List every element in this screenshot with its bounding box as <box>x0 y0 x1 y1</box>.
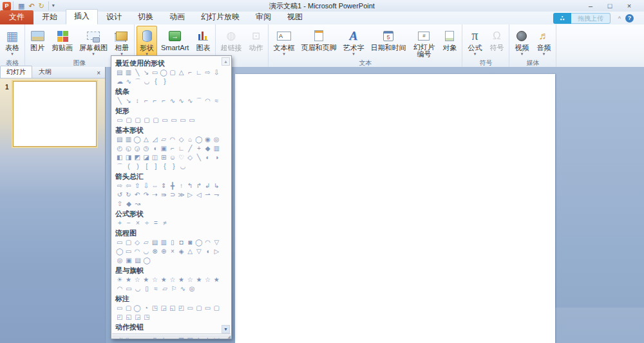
ribbon-button-clipart[interactable]: 剪贴画 <box>49 26 75 53</box>
shape-icon[interactable]: ◠ <box>204 238 213 246</box>
shape-icon[interactable]: ▢ <box>212 304 221 312</box>
ribbon-button-smartart[interactable]: SmartArt <box>158 26 191 53</box>
shape-icon[interactable]: ◑ <box>212 153 221 162</box>
shape-icon[interactable]: ▭ <box>204 304 213 312</box>
shape-icon[interactable]: ≈ <box>212 97 221 105</box>
tab-开始[interactable]: 开始 <box>34 10 65 24</box>
shape-icon[interactable]: ⌒ <box>115 162 124 171</box>
shape-icon[interactable]: ▭ <box>160 116 169 124</box>
ribbon-button-shapes[interactable]: 形状▾ <box>137 26 157 58</box>
shape-icon[interactable]: ◉ <box>204 135 213 144</box>
shape-icon[interactable]: ◯ <box>194 135 204 144</box>
resize-grip-icon[interactable]: ◢ <box>227 335 231 338</box>
ribbon-button-datetime[interactable]: 日期和时间 <box>368 26 408 53</box>
shape-icon[interactable]: ◯ <box>133 304 142 312</box>
tab-设计[interactable]: 设计 <box>99 10 129 24</box>
slide-editing-area[interactable] <box>235 74 555 343</box>
panel-tab-幻灯片[interactable]: 幻灯片 <box>0 66 32 78</box>
shape-icon[interactable]: ★ <box>142 275 151 284</box>
shape-icon[interactable]: ] <box>151 162 160 171</box>
scroll-up-icon[interactable]: ▲ <box>222 57 230 66</box>
ribbon-button-video[interactable]: 视频▾ <box>511 26 532 58</box>
shape-icon[interactable]: ◆ <box>204 144 213 153</box>
shape-icon[interactable]: ▤ <box>115 135 124 144</box>
shape-icon[interactable]: } <box>169 162 178 171</box>
shape-icon[interactable]: ▭ <box>124 284 133 293</box>
shape-icon[interactable]: ◩ <box>133 153 142 162</box>
shape-icon[interactable]: ▭ <box>169 116 178 124</box>
shape-icon[interactable]: ◁ <box>194 190 204 199</box>
shape-icon[interactable]: ◳ <box>142 313 151 321</box>
shape-icon[interactable]: ◿ <box>151 135 160 144</box>
shape-icon[interactable]: ▯ <box>168 238 177 246</box>
shape-icon[interactable]: ▤ <box>151 238 160 246</box>
collapse-ribbon-icon[interactable]: ^ <box>618 15 621 22</box>
shape-icon[interactable]: ▭ <box>178 116 187 124</box>
shape-icon[interactable]: ◳ <box>151 304 160 312</box>
shape-icon[interactable]: ◪ <box>142 153 151 162</box>
shape-icon[interactable]: ◠ <box>204 97 213 105</box>
shape-icon[interactable]: ☆ <box>151 275 160 284</box>
shape-icon[interactable]: ◈ <box>177 247 186 255</box>
shape-icon[interactable]: ⌒ <box>133 77 142 86</box>
shape-icon[interactable]: ) <box>133 162 142 171</box>
shape-icon[interactable]: ◫ <box>151 153 160 162</box>
shape-icon[interactable]: ∿ <box>185 97 194 105</box>
shape-icon[interactable]: ▣ <box>159 144 168 153</box>
shape-icon[interactable]: ▤ <box>133 256 142 264</box>
shape-icon[interactable]: ◆ <box>124 199 133 208</box>
shape-icon[interactable]: ⌐ <box>159 97 168 105</box>
shape-icon[interactable]: ◎ <box>115 256 124 264</box>
shape-icon[interactable]: ▥ <box>159 238 168 246</box>
shape-icon[interactable]: ◖ <box>151 144 160 153</box>
shape-icon[interactable]: ⇀ <box>204 190 213 199</box>
shape-icon[interactable]: { <box>151 77 160 86</box>
shape-icon[interactable]: ◙ <box>185 238 194 246</box>
scroll-down-icon[interactable]: ▼ <box>222 325 230 333</box>
shape-icon[interactable]: ▷ <box>212 247 221 255</box>
shape-icon[interactable]: ▭ <box>115 116 124 124</box>
shape-icon[interactable]: ⚐ <box>169 284 178 293</box>
shape-icon[interactable]: ▢ <box>142 116 151 124</box>
shape-icon[interactable]: ▷ <box>185 190 194 199</box>
shape-icon[interactable]: − <box>124 219 133 227</box>
shape-icon[interactable]: ▥ <box>124 135 133 144</box>
shape-icon[interactable]: ★ <box>124 275 133 284</box>
shape-icon[interactable]: ☆ <box>168 275 177 284</box>
shape-icon[interactable]: ★ <box>177 275 186 284</box>
shape-icon[interactable]: △ <box>185 247 194 255</box>
shape-icon[interactable]: ↘ <box>124 97 133 105</box>
shape-icon[interactable]: [ <box>142 162 151 171</box>
shape-icon[interactable]: ★ <box>212 275 221 284</box>
shape-icon[interactable]: ◡ <box>142 77 151 86</box>
shape-icon[interactable]: ◇ <box>177 135 186 144</box>
shape-icon[interactable]: ▣ <box>124 256 133 264</box>
shape-icon[interactable]: ▤ <box>115 68 124 77</box>
shape-icon[interactable]: ◐ <box>204 153 213 162</box>
shape-icon[interactable]: ◘ <box>177 238 186 246</box>
shape-icon[interactable]: ↺ <box>115 190 124 199</box>
shape-icon[interactable]: ▭ <box>124 247 133 255</box>
shape-icon[interactable]: ◠ <box>168 135 177 144</box>
shape-icon[interactable]: ⇁ <box>212 190 221 199</box>
shape-icon[interactable]: ↘ <box>142 68 151 77</box>
shape-icon[interactable]: ⇢ <box>151 190 160 199</box>
shape-icon[interactable]: ◴ <box>115 144 124 153</box>
shape-icon[interactable]: ◲ <box>133 313 142 321</box>
menu-resize-bar[interactable] <box>112 333 231 338</box>
ribbon-button-headerfooter[interactable]: 页眉和页脚 <box>298 26 339 53</box>
shape-icon[interactable]: ⇕ <box>159 181 168 190</box>
shape-icon[interactable]: ⌐ <box>142 97 151 105</box>
upload-plugin-button[interactable]: ∴ 拖拽上传 <box>553 13 611 24</box>
shape-icon[interactable]: ◡ <box>133 284 142 293</box>
shape-icon[interactable]: ⌒ <box>194 97 204 105</box>
shape-icon[interactable]: = <box>151 219 160 227</box>
shape-icon[interactable]: ☆ <box>204 275 213 284</box>
shape-icon[interactable]: } <box>160 77 169 86</box>
shape-icon[interactable]: ⇨ <box>115 181 124 190</box>
shape-icon[interactable]: ↷ <box>142 190 151 199</box>
shape-icon[interactable]: ◲ <box>159 304 168 312</box>
shape-icon[interactable]: ▥ <box>212 144 221 153</box>
shape-icon[interactable]: ↻ <box>124 190 133 199</box>
shape-icon[interactable]: ∿ <box>124 77 133 86</box>
